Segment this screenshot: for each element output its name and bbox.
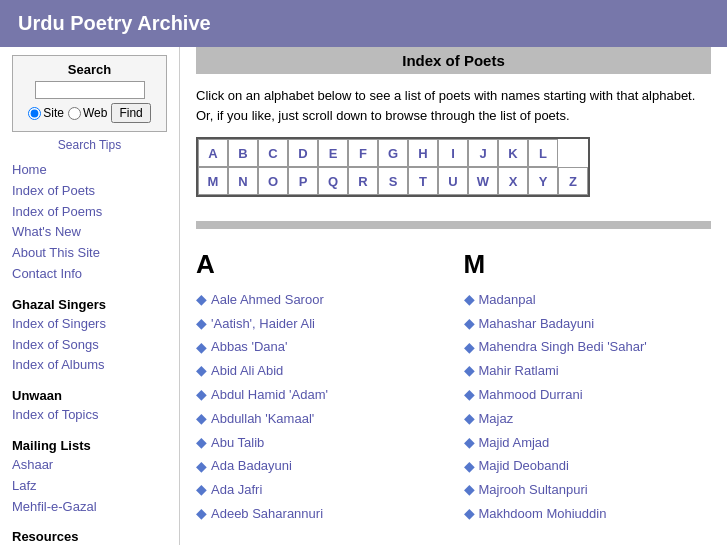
poet-link[interactable]: ◆'Aatish', Haider Ali [196, 312, 444, 336]
radio-site-label[interactable]: Site [28, 106, 64, 120]
alpha-link-u[interactable]: U [438, 167, 468, 195]
poet-link[interactable]: ◆Majrooh Sultanpuri [464, 478, 712, 502]
alpha-link-h[interactable]: H [408, 139, 438, 167]
page-header: Urdu Poetry Archive [0, 0, 727, 47]
search-tips-link[interactable]: Search Tips [12, 138, 167, 152]
alpha-link-g[interactable]: G [378, 139, 408, 167]
alphabet-row-1: ABCDEFGHIJKL [198, 139, 588, 167]
poet-link[interactable]: ◆Mahir Ratlami [464, 359, 712, 383]
poet-bullet-icon: ◆ [196, 336, 207, 360]
poet-name: Abbas 'Dana' [211, 336, 288, 358]
poet-bullet-icon: ◆ [464, 312, 475, 336]
poet-link[interactable]: ◆Mahendra Singh Bedi 'Sahar' [464, 336, 712, 360]
alpha-link-r[interactable]: R [348, 167, 378, 195]
alpha-link-f[interactable]: F [348, 139, 378, 167]
radio-web[interactable] [68, 107, 81, 120]
poet-bullet-icon: ◆ [196, 455, 207, 479]
alpha-link-w[interactable]: W [468, 167, 498, 195]
radio-web-label[interactable]: Web [68, 106, 107, 120]
alpha-link-t[interactable]: T [408, 167, 438, 195]
sidebar-link-index-poems[interactable]: Index of Poems [12, 202, 167, 223]
poet-link[interactable]: ◆Aale Ahmed Saroor [196, 288, 444, 312]
poet-name: 'Aatish', Haider Ali [211, 313, 315, 335]
poet-bullet-icon: ◆ [464, 288, 475, 312]
alpha-link-l[interactable]: L [528, 139, 558, 167]
poet-bullet-icon: ◆ [196, 288, 207, 312]
poet-link[interactable]: ◆Madanpal [464, 288, 712, 312]
sidebar-link-index-albums[interactable]: Index of Albums [12, 355, 167, 376]
section-unwaan: Unwaan [12, 388, 167, 403]
search-title: Search [17, 62, 162, 77]
poet-link[interactable]: ◆Makhdoom Mohiuddin [464, 502, 712, 526]
sidebar-link-index-songs[interactable]: Index of Songs [12, 335, 167, 356]
poet-link[interactable]: ◆Majid Amjad [464, 431, 712, 455]
poets-columns: A ◆Aale Ahmed Saroor◆'Aatish', Haider Al… [196, 249, 711, 526]
alpha-link-k[interactable]: K [498, 139, 528, 167]
main-content: Index of Poets Click on an alphabet belo… [180, 47, 727, 545]
section-mailing-lists: Mailing Lists [12, 438, 167, 453]
poet-bullet-icon: ◆ [464, 407, 475, 431]
alpha-link-n[interactable]: N [228, 167, 258, 195]
poet-link[interactable]: ◆Mahmood Durrani [464, 383, 712, 407]
poet-link[interactable]: ◆Ada Jafri [196, 478, 444, 502]
search-input[interactable] [35, 81, 145, 99]
sidebar-link-mehfil[interactable]: Mehfil-e-Gazal [12, 497, 167, 518]
poet-name: Aale Ahmed Saroor [211, 289, 324, 311]
poet-name: Abdullah 'Kamaal' [211, 408, 314, 430]
sidebar-link-home[interactable]: Home [12, 160, 167, 181]
alpha-link-s[interactable]: S [378, 167, 408, 195]
sidebar-link-contact[interactable]: Contact Info [12, 264, 167, 285]
alpha-link-y[interactable]: Y [528, 167, 558, 195]
poet-link[interactable]: ◆Adeeb Saharannuri [196, 502, 444, 526]
poet-link[interactable]: ◆Abid Ali Abid [196, 359, 444, 383]
poet-bullet-icon: ◆ [464, 383, 475, 407]
alpha-link-i[interactable]: I [438, 139, 468, 167]
poet-link[interactable]: ◆Ada Badayuni [196, 455, 444, 479]
alpha-link-p[interactable]: P [288, 167, 318, 195]
alpha-link-b[interactable]: B [228, 139, 258, 167]
alpha-link-d[interactable]: D [288, 139, 318, 167]
poet-link[interactable]: ◆Abbas 'Dana' [196, 336, 444, 360]
alpha-link-e[interactable]: E [318, 139, 348, 167]
alpha-link-o[interactable]: O [258, 167, 288, 195]
sidebar-link-index-topics[interactable]: Index of Topics [12, 405, 167, 426]
poet-link[interactable]: ◆Abdul Hamid 'Adam' [196, 383, 444, 407]
poet-name: Madanpal [479, 289, 536, 311]
alpha-link-z[interactable]: Z [558, 167, 588, 195]
alpha-link-a[interactable]: A [198, 139, 228, 167]
poet-name: Majaz [479, 408, 514, 430]
poet-name: Majid Deobandi [479, 455, 569, 477]
alpha-link-c[interactable]: C [258, 139, 288, 167]
sidebar-link-index-poets[interactable]: Index of Poets [12, 181, 167, 202]
alpha-link-x[interactable]: X [498, 167, 528, 195]
poet-bullet-icon: ◆ [196, 431, 207, 455]
nav-links: Home Index of Poets Index of Poems What'… [12, 160, 167, 285]
col-a-letter: A [196, 249, 444, 280]
col-m-letter: M [464, 249, 712, 280]
sidebar-link-about[interactable]: About This Site [12, 243, 167, 264]
poet-link[interactable]: ◆Mahashar Badayuni [464, 312, 712, 336]
alpha-link-m[interactable]: M [198, 167, 228, 195]
sidebar-link-index-singers[interactable]: Index of Singers [12, 314, 167, 335]
col-m-list: ◆Madanpal◆Mahashar Badayuni◆Mahendra Sin… [464, 288, 712, 526]
section-resources: Resources [12, 529, 167, 544]
poet-link[interactable]: ◆Majid Deobandi [464, 455, 712, 479]
poet-link[interactable]: ◆Majaz [464, 407, 712, 431]
alpha-link-j[interactable]: J [468, 139, 498, 167]
sidebar-link-ashaar[interactable]: Ashaar [12, 455, 167, 476]
poet-link[interactable]: ◆Abu Talib [196, 431, 444, 455]
sidebar-link-whats-new[interactable]: What's New [12, 222, 167, 243]
alphabet-table: ABCDEFGHIJKL MNOPQRSTUWXYZ [196, 137, 590, 197]
poet-bullet-icon: ◆ [464, 478, 475, 502]
poet-link[interactable]: ◆Abdullah 'Kamaal' [196, 407, 444, 431]
poet-name: Mahir Ratlami [479, 360, 559, 382]
alpha-link-q[interactable]: Q [318, 167, 348, 195]
radio-site[interactable] [28, 107, 41, 120]
sidebar-link-lafz[interactable]: Lafz [12, 476, 167, 497]
section-ghazal-singers: Ghazal Singers [12, 297, 167, 312]
poet-bullet-icon: ◆ [196, 312, 207, 336]
poet-bullet-icon: ◆ [464, 502, 475, 526]
find-button[interactable]: Find [111, 103, 150, 123]
col-a-list: ◆Aale Ahmed Saroor◆'Aatish', Haider Ali◆… [196, 288, 444, 526]
alphabet-row-2: MNOPQRSTUWXYZ [198, 167, 588, 195]
